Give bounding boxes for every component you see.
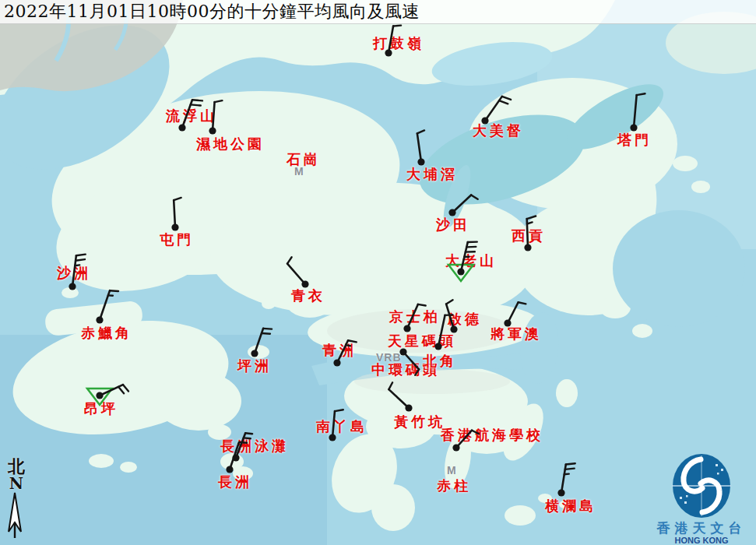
station-label-tates-cairn: 大老山 xyxy=(445,254,497,269)
station-label-kings-park: 京士柏 xyxy=(389,310,441,325)
hko-logo-mark-icon xyxy=(647,452,756,519)
station-label-sai-kung: 西貢 xyxy=(512,229,546,244)
annotation-central-pier-flag: VRB xyxy=(376,352,402,363)
station-label-chek-lap-kok: 赤鱲角 xyxy=(81,326,132,341)
station-label-star-ferry-pier: 天星碼頭 xyxy=(388,334,456,349)
station-label-sha-chau: 沙洲 xyxy=(57,266,91,281)
annotation-shek-kong-flag: M xyxy=(294,166,304,177)
stations-layer: 打鼓嶺流浮山濕地公園石崗大美督塔門大埔滘屯門沙田西貢大老山沙洲青衣赤鱲角京士柏啟… xyxy=(0,0,756,545)
station-label-cheung-chau: 長洲 xyxy=(218,475,252,490)
annotation-stanley-flag: M xyxy=(447,465,457,476)
hko-logo-name-english: HONG KONG OBSERVATORY xyxy=(647,536,756,545)
station-label-tsing-yi: 青衣 xyxy=(291,289,325,304)
station-label-hk-sea-school: 香港航海學校 xyxy=(441,428,543,443)
station-label-wetland-park: 濕地公園 xyxy=(196,137,265,152)
station-label-sha-tin: 沙田 xyxy=(436,218,470,233)
title-bar: 2022年11月01日10時00分的十分鐘平均風向及風速 xyxy=(0,0,756,24)
compass-north-letter: N xyxy=(5,476,28,491)
station-label-waglan-island: 横瀾島 xyxy=(545,499,596,514)
station-label-cheung-chau-beach: 長洲泳灘 xyxy=(220,439,289,454)
station-label-wong-chuk-hang: 黃竹坑 xyxy=(394,415,445,430)
map-title: 2022年11月01日10時00分的十分鐘平均風向及風速 xyxy=(0,0,756,23)
station-label-ta-kwu-ling: 打鼓嶺 xyxy=(373,37,424,51)
station-label-tai-po-kau: 大埔滘 xyxy=(406,167,458,182)
station-label-stanley: 赤柱 xyxy=(437,479,471,494)
station-label-ngong-ping: 昂坪 xyxy=(84,402,118,417)
north-compass: 北 N xyxy=(5,458,28,543)
station-label-tap-mun: 塔門 xyxy=(617,133,652,148)
station-label-green-island: 青洲 xyxy=(322,343,357,358)
compass-needle-icon xyxy=(5,491,28,540)
station-label-peng-chau: 坪洲 xyxy=(237,359,272,374)
station-label-tuen-mun: 屯門 xyxy=(160,233,194,248)
station-label-tseung-kwan-o: 將軍澳 xyxy=(491,327,542,342)
station-label-lau-fau-shan: 流浮山 xyxy=(166,109,217,124)
station-label-north-point: 北角 xyxy=(423,354,457,369)
hko-logo-name-chinese: 香港天文台 xyxy=(647,520,756,536)
compass-north-chinese: 北 xyxy=(5,458,28,476)
station-label-lamma-island: 南丫島 xyxy=(316,420,367,434)
station-label-tai-mei-tuk: 大美督 xyxy=(473,124,524,139)
wind-map-screenshot: 打鼓嶺流浮山濕地公園石崗大美督塔門大埔滘屯門沙田西貢大老山沙洲青衣赤鱲角京士柏啟… xyxy=(0,0,756,545)
station-label-kai-tak: 啟德 xyxy=(448,312,482,327)
hko-logo: 香港天文台 HONG KONG OBSERVATORY xyxy=(647,452,756,545)
